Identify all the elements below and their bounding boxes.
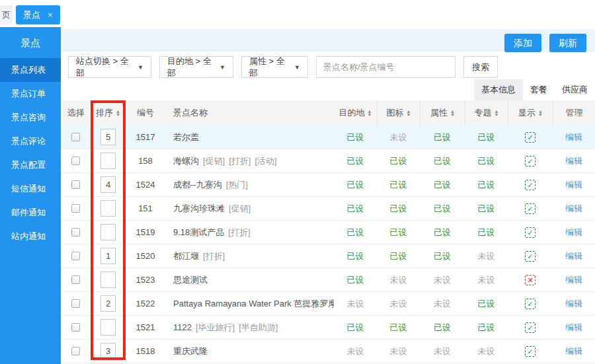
- display-check-icon[interactable]: ✓: [525, 156, 536, 166]
- tab-基本信息[interactable]: 基本信息: [474, 79, 523, 100]
- sort-down-arrow: ▼: [538, 113, 543, 116]
- edit-link[interactable]: 编辑: [565, 274, 582, 286]
- scenic-id: 151: [126, 203, 165, 213]
- sort-cell: 3: [91, 343, 126, 359]
- sidebar-item-景点配置[interactable]: 景点配置: [0, 153, 61, 177]
- display-check-icon[interactable]: ✓: [525, 299, 536, 309]
- edit-link[interactable]: 编辑: [565, 298, 582, 310]
- sort-order-input[interactable]: [100, 153, 116, 169]
- sort-icon[interactable]: ▲▼: [368, 110, 372, 116]
- edit-link[interactable]: 编辑: [565, 346, 582, 357]
- tab-partial[interactable]: 页: [0, 5, 13, 24]
- search-button[interactable]: 搜索: [463, 56, 498, 78]
- sort-cell: 2: [91, 295, 126, 312]
- tab-套餐[interactable]: 套餐: [523, 79, 555, 100]
- sort-order-input[interactable]: [100, 272, 116, 288]
- edit-link[interactable]: 编辑: [565, 179, 582, 191]
- scenic-tag: [打折]: [229, 155, 251, 167]
- add-button[interactable]: 添加: [504, 34, 541, 52]
- display-check-icon[interactable]: ✓: [525, 346, 536, 357]
- edit-link[interactable]: 编辑: [565, 155, 582, 167]
- display-check-icon[interactable]: ✓: [525, 132, 536, 143]
- icon-status: 未设: [377, 274, 420, 286]
- icon-status: 已设: [377, 250, 420, 262]
- chevron-down-icon: ▼: [219, 64, 225, 71]
- scenic-tag: [打折]: [228, 227, 250, 238]
- column-header-icon[interactable]: 图标▲▼: [377, 100, 420, 126]
- sidebar-item-邮件通知[interactable]: 邮件通知: [0, 201, 61, 225]
- edit-link[interactable]: 编辑: [565, 131, 582, 143]
- icon-status: 已设: [377, 322, 420, 334]
- column-header-show[interactable]: 显示▲▼: [508, 100, 553, 126]
- close-icon[interactable]: ×: [48, 11, 53, 19]
- row-checkbox[interactable]: [71, 323, 80, 332]
- display-check-icon[interactable]: ✓: [525, 203, 536, 214]
- display-check-icon[interactable]: ✓: [525, 227, 536, 238]
- topic-status: 已设: [465, 179, 508, 191]
- column-header-label: 管理: [566, 107, 583, 119]
- display-cell: ✓: [508, 203, 553, 214]
- sort-icon[interactable]: ▲▼: [495, 110, 499, 116]
- sort-down-arrow: ▼: [368, 113, 372, 116]
- row-checkbox[interactable]: [71, 252, 80, 260]
- sort-order-input[interactable]: 1: [100, 248, 116, 264]
- sort-icon[interactable]: ▲▼: [450, 110, 455, 116]
- sidebar-item-短信通知[interactable]: 短信通知: [0, 177, 61, 201]
- tab-scenic[interactable]: 景点 ×: [16, 5, 60, 24]
- site-filter-dropdown[interactable]: 站点切换 > 全部 ▼: [68, 56, 151, 78]
- display-cross-icon[interactable]: ✕: [525, 275, 536, 285]
- column-header-attr[interactable]: 属性▲▼: [420, 100, 465, 126]
- keyword-search-input[interactable]: [316, 56, 456, 78]
- display-check-icon[interactable]: ✓: [525, 251, 536, 262]
- sidebar: 景点 景点列表景点订单景点咨询景点评论景点配置短信通知邮件通知站内通知: [0, 27, 61, 364]
- sort-order-input[interactable]: [100, 319, 116, 336]
- column-header-manage: 管理: [553, 100, 595, 126]
- edit-link[interactable]: 编辑: [565, 250, 582, 262]
- row-checkbox[interactable]: [71, 180, 80, 189]
- manage-cell: 编辑: [553, 322, 595, 334]
- topic-status: 未设: [465, 346, 508, 357]
- attribute-status: 已设: [420, 227, 465, 238]
- sort-order-input[interactable]: 5: [100, 129, 116, 145]
- display-check-icon[interactable]: ✓: [525, 180, 536, 190]
- row-checkbox[interactable]: [71, 299, 80, 308]
- sidebar-item-景点列表[interactable]: 景点列表: [0, 58, 61, 82]
- column-header-topic[interactable]: 专题▲▼: [465, 100, 508, 126]
- edit-link[interactable]: 编辑: [565, 322, 582, 334]
- destination-status: 已设: [334, 227, 377, 238]
- sort-order-input[interactable]: 4: [100, 176, 116, 193]
- row-checkbox[interactable]: [71, 275, 80, 284]
- sidebar-item-景点订单[interactable]: 景点订单: [0, 82, 61, 106]
- scenic-id: 1523: [126, 275, 165, 285]
- sort-icon[interactable]: ▲▼: [538, 110, 543, 116]
- row-checkbox[interactable]: [71, 228, 80, 237]
- attribute-status: 已设: [420, 155, 465, 167]
- column-header-dest[interactable]: 目的地▲▼: [334, 100, 377, 126]
- sort-order-input[interactable]: 3: [100, 343, 116, 359]
- row-checkbox[interactable]: [71, 204, 80, 213]
- sort-order-input[interactable]: [100, 200, 116, 217]
- row-checkbox[interactable]: [71, 157, 80, 165]
- refresh-button[interactable]: 刷新: [549, 34, 586, 52]
- attribute-status: 已设: [420, 250, 465, 262]
- sort-order-input[interactable]: 2: [100, 295, 116, 312]
- attribute-status: 已设: [420, 179, 465, 191]
- table-row: 151九寨沟珍珠滩[促销]已设已设已设已设✓编辑: [61, 197, 595, 221]
- tab-供应商[interactable]: 供应商: [555, 79, 595, 100]
- edit-link[interactable]: 编辑: [565, 203, 582, 215]
- scenic-id: 1522: [126, 299, 165, 309]
- display-check-icon[interactable]: ✓: [525, 322, 536, 333]
- column-header-sort[interactable]: 排序▲▼: [91, 100, 126, 126]
- sidebar-item-景点评论[interactable]: 景点评论: [0, 129, 61, 153]
- sidebar-item-站内通知[interactable]: 站内通知: [0, 225, 61, 248]
- display-cell: ✓: [508, 180, 553, 190]
- sidebar-item-景点咨询[interactable]: 景点咨询: [0, 106, 61, 129]
- sort-icon[interactable]: ▲▼: [116, 110, 120, 116]
- row-checkbox[interactable]: [71, 133, 80, 141]
- sort-icon[interactable]: ▲▼: [407, 110, 411, 116]
- row-checkbox[interactable]: [71, 347, 80, 355]
- destination-filter-dropdown[interactable]: 目的地 > 全部 ▼: [159, 56, 233, 78]
- attribute-filter-dropdown[interactable]: 属性 > 全部 ▼: [241, 56, 308, 78]
- sort-order-input[interactable]: [100, 224, 116, 240]
- edit-link[interactable]: 编辑: [565, 227, 582, 238]
